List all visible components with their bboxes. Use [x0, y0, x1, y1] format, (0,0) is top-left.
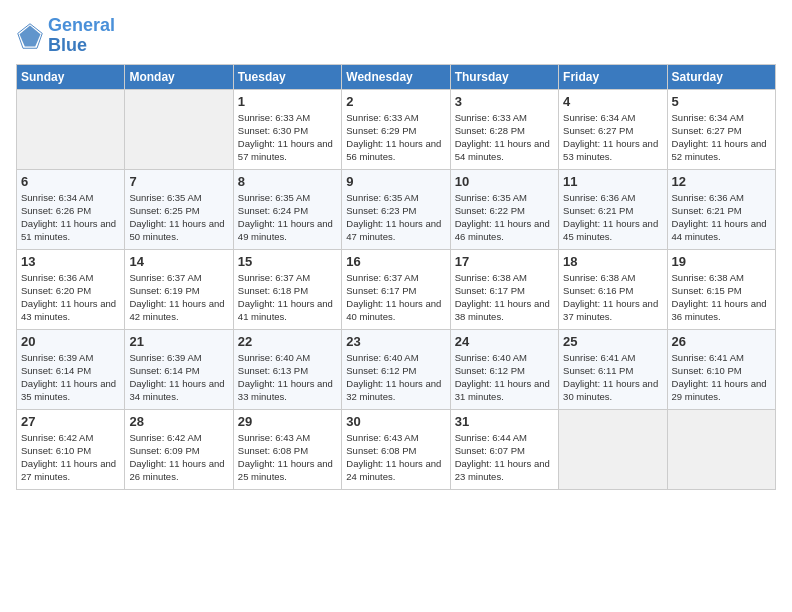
- page-header: General Blue: [16, 16, 776, 56]
- day-detail: Sunrise: 6:35 AM Sunset: 6:25 PM Dayligh…: [129, 191, 228, 244]
- calendar-cell: 24Sunrise: 6:40 AM Sunset: 6:12 PM Dayli…: [450, 329, 558, 409]
- logo-text: General Blue: [48, 16, 115, 56]
- logo: General Blue: [16, 16, 115, 56]
- day-detail: Sunrise: 6:33 AM Sunset: 6:28 PM Dayligh…: [455, 111, 554, 164]
- day-number: 2: [346, 94, 445, 109]
- calendar-cell: 21Sunrise: 6:39 AM Sunset: 6:14 PM Dayli…: [125, 329, 233, 409]
- day-number: 19: [672, 254, 771, 269]
- day-number: 16: [346, 254, 445, 269]
- calendar-cell: 27Sunrise: 6:42 AM Sunset: 6:10 PM Dayli…: [17, 409, 125, 489]
- calendar-cell: 22Sunrise: 6:40 AM Sunset: 6:13 PM Dayli…: [233, 329, 341, 409]
- calendar-cell: 31Sunrise: 6:44 AM Sunset: 6:07 PM Dayli…: [450, 409, 558, 489]
- day-number: 1: [238, 94, 337, 109]
- calendar-cell: [559, 409, 667, 489]
- calendar-cell: 8Sunrise: 6:35 AM Sunset: 6:24 PM Daylig…: [233, 169, 341, 249]
- calendar-cell: 11Sunrise: 6:36 AM Sunset: 6:21 PM Dayli…: [559, 169, 667, 249]
- day-detail: Sunrise: 6:34 AM Sunset: 6:27 PM Dayligh…: [563, 111, 662, 164]
- day-detail: Sunrise: 6:40 AM Sunset: 6:12 PM Dayligh…: [455, 351, 554, 404]
- day-detail: Sunrise: 6:43 AM Sunset: 6:08 PM Dayligh…: [238, 431, 337, 484]
- calendar-cell: 23Sunrise: 6:40 AM Sunset: 6:12 PM Dayli…: [342, 329, 450, 409]
- day-number: 3: [455, 94, 554, 109]
- day-number: 5: [672, 94, 771, 109]
- calendar-cell: 1Sunrise: 6:33 AM Sunset: 6:30 PM Daylig…: [233, 89, 341, 169]
- day-detail: Sunrise: 6:38 AM Sunset: 6:17 PM Dayligh…: [455, 271, 554, 324]
- day-detail: Sunrise: 6:38 AM Sunset: 6:16 PM Dayligh…: [563, 271, 662, 324]
- weekday-header-friday: Friday: [559, 64, 667, 89]
- day-number: 18: [563, 254, 662, 269]
- day-number: 28: [129, 414, 228, 429]
- calendar-cell: 14Sunrise: 6:37 AM Sunset: 6:19 PM Dayli…: [125, 249, 233, 329]
- weekday-header-wednesday: Wednesday: [342, 64, 450, 89]
- day-detail: Sunrise: 6:36 AM Sunset: 6:21 PM Dayligh…: [672, 191, 771, 244]
- day-detail: Sunrise: 6:40 AM Sunset: 6:13 PM Dayligh…: [238, 351, 337, 404]
- day-number: 24: [455, 334, 554, 349]
- day-number: 20: [21, 334, 120, 349]
- calendar-cell: 12Sunrise: 6:36 AM Sunset: 6:21 PM Dayli…: [667, 169, 775, 249]
- calendar-table: SundayMondayTuesdayWednesdayThursdayFrid…: [16, 64, 776, 490]
- day-number: 26: [672, 334, 771, 349]
- day-detail: Sunrise: 6:42 AM Sunset: 6:09 PM Dayligh…: [129, 431, 228, 484]
- day-detail: Sunrise: 6:33 AM Sunset: 6:29 PM Dayligh…: [346, 111, 445, 164]
- day-detail: Sunrise: 6:40 AM Sunset: 6:12 PM Dayligh…: [346, 351, 445, 404]
- day-detail: Sunrise: 6:34 AM Sunset: 6:26 PM Dayligh…: [21, 191, 120, 244]
- weekday-header-tuesday: Tuesday: [233, 64, 341, 89]
- calendar-cell: 28Sunrise: 6:42 AM Sunset: 6:09 PM Dayli…: [125, 409, 233, 489]
- calendar-cell: 15Sunrise: 6:37 AM Sunset: 6:18 PM Dayli…: [233, 249, 341, 329]
- calendar-cell: 20Sunrise: 6:39 AM Sunset: 6:14 PM Dayli…: [17, 329, 125, 409]
- day-number: 29: [238, 414, 337, 429]
- calendar-cell: 29Sunrise: 6:43 AM Sunset: 6:08 PM Dayli…: [233, 409, 341, 489]
- day-number: 13: [21, 254, 120, 269]
- day-number: 17: [455, 254, 554, 269]
- day-detail: Sunrise: 6:36 AM Sunset: 6:21 PM Dayligh…: [563, 191, 662, 244]
- calendar-cell: 25Sunrise: 6:41 AM Sunset: 6:11 PM Dayli…: [559, 329, 667, 409]
- day-number: 6: [21, 174, 120, 189]
- day-number: 15: [238, 254, 337, 269]
- day-number: 9: [346, 174, 445, 189]
- calendar-cell: [667, 409, 775, 489]
- day-number: 30: [346, 414, 445, 429]
- day-number: 23: [346, 334, 445, 349]
- day-detail: Sunrise: 6:36 AM Sunset: 6:20 PM Dayligh…: [21, 271, 120, 324]
- day-number: 12: [672, 174, 771, 189]
- day-detail: Sunrise: 6:38 AM Sunset: 6:15 PM Dayligh…: [672, 271, 771, 324]
- day-detail: Sunrise: 6:43 AM Sunset: 6:08 PM Dayligh…: [346, 431, 445, 484]
- calendar-cell: 30Sunrise: 6:43 AM Sunset: 6:08 PM Dayli…: [342, 409, 450, 489]
- day-detail: Sunrise: 6:37 AM Sunset: 6:18 PM Dayligh…: [238, 271, 337, 324]
- day-detail: Sunrise: 6:34 AM Sunset: 6:27 PM Dayligh…: [672, 111, 771, 164]
- day-number: 10: [455, 174, 554, 189]
- day-detail: Sunrise: 6:41 AM Sunset: 6:10 PM Dayligh…: [672, 351, 771, 404]
- day-detail: Sunrise: 6:35 AM Sunset: 6:23 PM Dayligh…: [346, 191, 445, 244]
- calendar-cell: 5Sunrise: 6:34 AM Sunset: 6:27 PM Daylig…: [667, 89, 775, 169]
- calendar-cell: 10Sunrise: 6:35 AM Sunset: 6:22 PM Dayli…: [450, 169, 558, 249]
- calendar-cell: [17, 89, 125, 169]
- weekday-header-monday: Monday: [125, 64, 233, 89]
- calendar-cell: [125, 89, 233, 169]
- day-detail: Sunrise: 6:33 AM Sunset: 6:30 PM Dayligh…: [238, 111, 337, 164]
- day-number: 22: [238, 334, 337, 349]
- calendar-cell: 4Sunrise: 6:34 AM Sunset: 6:27 PM Daylig…: [559, 89, 667, 169]
- logo-icon: [16, 22, 44, 50]
- calendar-cell: 19Sunrise: 6:38 AM Sunset: 6:15 PM Dayli…: [667, 249, 775, 329]
- calendar-cell: 18Sunrise: 6:38 AM Sunset: 6:16 PM Dayli…: [559, 249, 667, 329]
- weekday-header-thursday: Thursday: [450, 64, 558, 89]
- day-number: 25: [563, 334, 662, 349]
- day-number: 14: [129, 254, 228, 269]
- day-number: 31: [455, 414, 554, 429]
- day-number: 8: [238, 174, 337, 189]
- day-detail: Sunrise: 6:42 AM Sunset: 6:10 PM Dayligh…: [21, 431, 120, 484]
- day-detail: Sunrise: 6:37 AM Sunset: 6:17 PM Dayligh…: [346, 271, 445, 324]
- calendar-cell: 17Sunrise: 6:38 AM Sunset: 6:17 PM Dayli…: [450, 249, 558, 329]
- day-detail: Sunrise: 6:39 AM Sunset: 6:14 PM Dayligh…: [129, 351, 228, 404]
- calendar-cell: 3Sunrise: 6:33 AM Sunset: 6:28 PM Daylig…: [450, 89, 558, 169]
- calendar-cell: 13Sunrise: 6:36 AM Sunset: 6:20 PM Dayli…: [17, 249, 125, 329]
- day-number: 21: [129, 334, 228, 349]
- calendar-cell: 2Sunrise: 6:33 AM Sunset: 6:29 PM Daylig…: [342, 89, 450, 169]
- calendar-cell: 26Sunrise: 6:41 AM Sunset: 6:10 PM Dayli…: [667, 329, 775, 409]
- day-detail: Sunrise: 6:35 AM Sunset: 6:22 PM Dayligh…: [455, 191, 554, 244]
- weekday-header-sunday: Sunday: [17, 64, 125, 89]
- calendar-cell: 16Sunrise: 6:37 AM Sunset: 6:17 PM Dayli…: [342, 249, 450, 329]
- day-detail: Sunrise: 6:35 AM Sunset: 6:24 PM Dayligh…: [238, 191, 337, 244]
- calendar-cell: 6Sunrise: 6:34 AM Sunset: 6:26 PM Daylig…: [17, 169, 125, 249]
- day-number: 4: [563, 94, 662, 109]
- day-detail: Sunrise: 6:44 AM Sunset: 6:07 PM Dayligh…: [455, 431, 554, 484]
